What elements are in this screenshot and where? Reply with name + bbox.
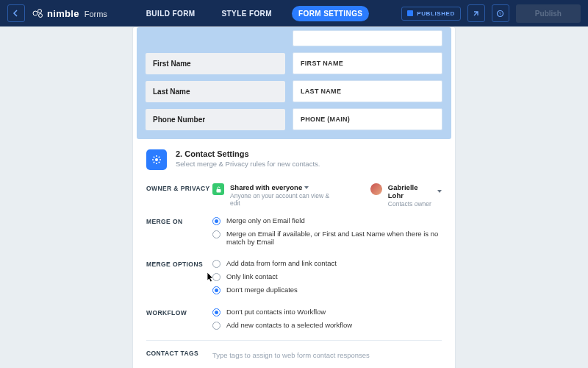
field-label: Phone Number [146,109,285,130]
row-label: CONTACT TAGS [146,348,212,362]
option-label: Don't merge duplicates [226,286,298,294]
radio-add-workflow[interactable] [212,322,220,330]
page: . First Name FIRST NAME Last Name LAST N… [0,26,588,368]
owner-name: Gabrielle Lohr [388,183,435,199]
svg-point-5 [155,158,158,161]
option-label: Merge only on Email field [226,216,305,224]
field-row: Last Name LAST NAME [146,80,442,102]
radio-add-link[interactable] [212,260,220,268]
privacy-selector[interactable]: Shared with everyone Anyone on your acco… [212,183,341,208]
contact-tags-row: CONTACT TAGS [133,341,455,368]
row-label: MERGE ON [146,216,212,250]
svg-line-13 [159,157,159,158]
gear-icon [146,149,167,170]
section-subtitle: Select merge & Privacy rules for new con… [176,160,320,168]
logo-icon [32,7,44,19]
radio-link-only[interactable] [212,273,220,281]
field-row: . [146,30,442,46]
svg-point-0 [33,11,37,15]
option-label: Merge on Email if available, or First an… [226,230,442,246]
settings-card: . First Name FIRST NAME Last Name LAST N… [132,26,456,368]
unlock-icon [212,183,224,195]
contact-settings-header: 2. Contact Settings Select merge & Priva… [133,139,455,176]
chevron-down-icon [437,190,442,193]
topbar: nimble Forms BUILD FORM STYLE FORM FORM … [0,0,588,26]
published-dot-icon [407,10,413,16]
option-label: Don't put contacts into Workflow [226,308,326,316]
option-label: Add new contacts to a selected workflow [226,321,352,329]
field-row: First Name FIRST NAME [146,52,442,74]
row-label: MERGE OPTIONS [146,259,212,299]
radio-merge-name[interactable] [212,230,220,238]
merge-on-row: MERGE ON Merge only on Email field Merge… [133,209,455,252]
field-value[interactable]: FIRST NAME [293,52,442,74]
svg-line-12 [154,162,154,163]
nav: BUILD FORM STYLE FORM FORM SETTINGS [140,6,370,21]
field-mapping-block: . First Name FIRST NAME Last Name LAST N… [137,27,451,139]
option-label: Only link contact [226,272,278,280]
option-label: Add data from form and link contact [226,259,337,267]
svg-line-10 [154,157,154,158]
svg-point-2 [39,14,43,18]
field-value[interactable]: PHONE (MAIN) [293,108,442,130]
published-badge: PUBLISHED [401,7,461,21]
owner-selector[interactable]: Gabrielle Lohr Contacts owner [370,183,442,208]
privacy-sub: Anyone on your account can view & edit [230,192,341,207]
field-row: Phone Number PHONE (MAIN) [146,108,442,130]
privacy-title: Shared with everyone [230,183,302,191]
row-label: OWNER & PRIVACY [146,183,212,208]
svg-line-11 [159,162,159,163]
toolbar-right: PUBLISHED ? Publish [401,4,581,23]
row-label: WORKFLOW [146,308,212,334]
radio-no-workflow[interactable] [212,308,220,316]
merge-options-row: MERGE OPTIONS Add data from form and lin… [133,252,455,300]
brand-name: nimble [47,8,79,19]
logo: nimble Forms [32,7,107,19]
published-label: PUBLISHED [417,10,455,17]
tab-style-form[interactable]: STYLE FORM [215,6,279,21]
field-label: Last Name [146,81,285,102]
owner-privacy-row: OWNER & PRIVACY Shared with everyone Any… [133,176,455,209]
svg-point-1 [38,10,42,13]
field-label: First Name [146,53,285,74]
tab-form-settings[interactable]: FORM SETTINGS [292,6,369,21]
owner-sub: Contacts owner [388,200,442,208]
help-button[interactable]: ? [492,4,509,22]
svg-rect-14 [216,189,220,193]
chevron-down-icon [304,186,309,189]
tags-input[interactable] [212,348,442,362]
field-value[interactable]: LAST NAME [293,80,442,102]
tab-build-form[interactable]: BUILD FORM [140,6,202,21]
brand-suffix: Forms [85,10,107,18]
svg-text:?: ? [499,12,502,16]
radio-no-merge[interactable] [212,286,220,294]
back-button[interactable] [7,4,25,22]
workflow-row: WORKFLOW Don't put contacts into Workflo… [133,300,455,336]
avatar [370,183,382,195]
publish-button[interactable]: Publish [516,4,581,23]
radio-merge-email[interactable] [212,217,220,225]
section-title: 2. Contact Settings [176,149,320,158]
open-external-button[interactable] [467,4,485,22]
